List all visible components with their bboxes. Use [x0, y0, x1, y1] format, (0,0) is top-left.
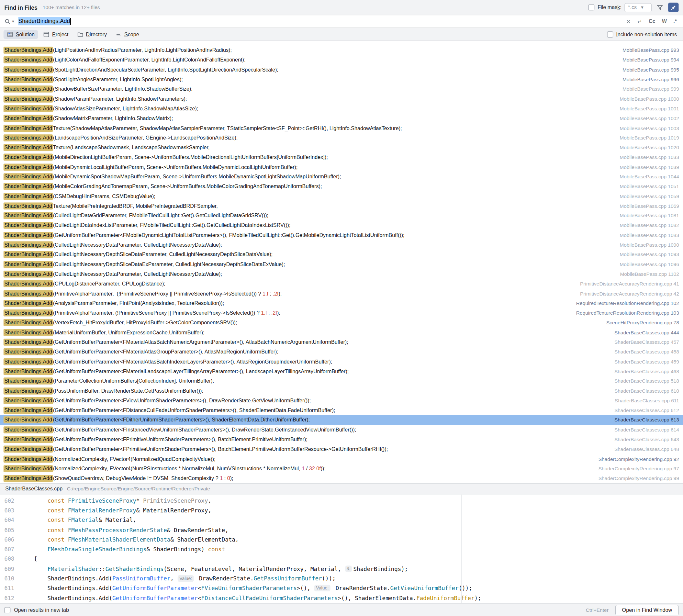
- footer-bar: Open results in new tab Ctrl+Enter Open …: [0, 603, 683, 616]
- result-location: ShaderBaseClasses.cpp 613: [604, 417, 679, 422]
- result-row[interactable]: ShaderBindings.AddTexture(MobilePreInteg…: [0, 201, 683, 211]
- result-row[interactable]: ShaderBindings.Add(LightPositionAndInvRa…: [0, 45, 683, 55]
- result-row[interactable]: ShaderBindings.Add(ShadowAtlasSizeParame…: [0, 104, 683, 114]
- result-row[interactable]: ShaderBindings.Add(GetUniformBufferParam…: [0, 435, 683, 444]
- result-row[interactable]: ShaderBindings.Add(LightColorAndFalloffE…: [0, 55, 683, 65]
- match-highlight: ShaderBindings.Add: [4, 446, 53, 453]
- match-highlight: ShaderBindings.Add: [4, 95, 53, 103]
- scope-tab-project[interactable]: Project: [40, 30, 72, 39]
- result-text: /: [305, 465, 309, 471]
- match-highlight: ShaderBindings.Add: [4, 115, 53, 122]
- code-text: const FMaterial& Material,: [20, 517, 136, 523]
- result-row[interactable]: ShaderBindings.Add(GetUniformBufferParam…: [0, 230, 683, 240]
- result-row[interactable]: ShaderBindings.Add(ShadowBufferSizeParam…: [0, 84, 683, 94]
- result-row[interactable]: ShaderBindings.Add(LandscapePositionAndS…: [0, 133, 683, 143]
- result-row[interactable]: ShaderBindings.AddTexture(ShadowMapAtlas…: [0, 123, 683, 133]
- code-lines: 602 const FPrimitiveSceneProxy* Primitiv…: [0, 496, 683, 603]
- result-location: MobileBasePass.cpp 1081: [609, 213, 679, 218]
- result-row[interactable]: ShaderBindings.Add(SpotLightAnglesParame…: [0, 74, 683, 84]
- scope-tab-directory[interactable]: Directory: [74, 30, 110, 39]
- match-highlight: ShaderBindings.Add: [4, 173, 53, 180]
- result-location: ShaderBaseClasses.cpp 468: [604, 369, 679, 374]
- scope-tabs: SolutionProjectDirectoryScope: [4, 30, 143, 39]
- result-location: ShaderBaseClasses.cpp 612: [604, 408, 679, 413]
- result-row[interactable]: ShaderBindings.Add(ShadowParamParameter,…: [0, 94, 683, 104]
- result-row[interactable]: ShaderBindings.Add(MobileDirectionLightB…: [0, 152, 683, 162]
- open-in-find-window-button[interactable]: Open in Find Window: [615, 605, 679, 615]
- match-highlight: ShaderBindings.Add: [4, 407, 53, 414]
- result-row[interactable]: ShaderBindings.Add(PrimitiveAlphaParamet…: [0, 308, 683, 318]
- search-icon[interactable]: [4, 18, 11, 25]
- result-row[interactable]: ShaderBindings.Add(CulledLightDataGridPa…: [0, 211, 683, 220]
- result-text: (SpotLightAnglesParameter, LightInfo.Spo…: [53, 76, 183, 83]
- file-mask-combobox[interactable]: *.cs ▼: [624, 3, 652, 12]
- result-row[interactable]: ShaderBindings.Add(GetUniformBufferParam…: [0, 337, 683, 347]
- whole-words-toggle[interactable]: W: [662, 19, 667, 25]
- result-row[interactable]: ShaderBindings.Add(ShowQuadOverdraw, Deb…: [0, 474, 683, 483]
- result-location: MobileBasePass.cpp 1102: [610, 271, 679, 277]
- result-row[interactable]: ShaderBindings.Add(GetUniformBufferParam…: [0, 396, 683, 405]
- result-row[interactable]: ShaderBindings.Add(NormalizedComplexity,…: [0, 454, 683, 464]
- match-highlight: ShaderBindings.Add: [4, 183, 53, 190]
- result-row[interactable]: ShaderBindings.Add(MobileDynamicSpotShad…: [0, 172, 683, 182]
- result-row[interactable]: ShaderBindings.Add(GetUniformBufferParam…: [0, 405, 683, 415]
- result-location: MobileBasePass.cpp 1019: [609, 135, 679, 140]
- result-row[interactable]: ShaderBindings.Add(MaterialUniformBuffer…: [0, 328, 683, 337]
- result-row[interactable]: ShaderBindings.Add(GetUniformBufferParam…: [0, 415, 683, 425]
- result-row[interactable]: ShaderBindings.Add(ParameterCollectionUn…: [0, 376, 683, 386]
- scope-toolbar: SolutionProjectDirectoryScope Include no…: [0, 28, 683, 41]
- result-row[interactable]: ShaderBindings.Add(AnalysisParamsParamet…: [0, 299, 683, 308]
- preview-file-path: C:/repo/EngineSource/Engine/Source/Runti…: [67, 486, 210, 491]
- include-non-solution-checkbox[interactable]: [607, 31, 613, 37]
- result-location: ShaderBaseClasses.cpp 643: [604, 437, 679, 442]
- search-bar: ▼ ShaderBindings.Add ✕ ↵ Cc W .*: [0, 15, 683, 28]
- newline-icon[interactable]: ↵: [637, 18, 642, 25]
- result-row[interactable]: ShaderBindings.Add(VertexFetch_HitProxyI…: [0, 318, 683, 328]
- search-history-chevron-icon[interactable]: ▼: [11, 19, 15, 23]
- results-list[interactable]: ShaderBindings.Add(LightPositionAndInvRa…: [0, 41, 683, 483]
- result-text: (GetUniformBufferParameter<FMobileDynami…: [53, 232, 404, 238]
- result-row[interactable]: ShaderBindings.Add(CulledLightDataIndexL…: [0, 220, 683, 230]
- clear-icon[interactable]: ✕: [626, 18, 631, 25]
- result-row[interactable]: ShaderBindings.Add(NormalizedComplexity,…: [0, 464, 683, 474]
- result-row[interactable]: ShaderBindings.Add(CSMDebugHintParams, C…: [0, 191, 683, 201]
- result-row[interactable]: ShaderBindings.Add(ShadowMatrixParameter…: [0, 114, 683, 123]
- result-row[interactable]: ShaderBindings.Add(GetUniformBufferParam…: [0, 367, 683, 376]
- match-highlight: ShaderBindings.Add: [4, 86, 53, 93]
- filter-icon[interactable]: [655, 3, 665, 12]
- pin-icon[interactable]: [668, 3, 679, 12]
- match-highlight: ShaderBindings.Add: [4, 300, 53, 307]
- result-row[interactable]: ShaderBindings.Add(MobileColorGradingAnd…: [0, 182, 683, 191]
- result-row[interactable]: ShaderBindings.Add(CulledLightNecessaryD…: [0, 240, 683, 249]
- preview-header: ShaderBaseClasses.cpp C:/repo/EngineSour…: [0, 483, 683, 494]
- search-input[interactable]: ShaderBindings.Add: [19, 18, 71, 25]
- match-case-toggle[interactable]: Cc: [649, 19, 656, 25]
- result-row[interactable]: ShaderBindings.Add(GetUniformBufferParam…: [0, 347, 683, 357]
- result-row[interactable]: ShaderBindings.AddTexture(LandscapeShado…: [0, 143, 683, 152]
- result-text: Texture(ShadowMapAtlasParameter, ShadowM…: [53, 125, 402, 131]
- result-location: MobileBasePass.cpp 1090: [609, 242, 679, 247]
- result-row[interactable]: ShaderBindings.Add(CulledLightNecessaryD…: [0, 250, 683, 260]
- result-row[interactable]: ShaderBindings.Add(PassUniformBuffer, Dr…: [0, 386, 683, 396]
- result-row[interactable]: ShaderBindings.Add(CulledLightNecessaryD…: [0, 260, 683, 269]
- result-location: MobileBasePass.cpp 1002: [609, 116, 679, 121]
- match-highlight: ShaderBindings.Add: [4, 465, 53, 472]
- file-mask-checkbox[interactable]: [589, 4, 595, 10]
- result-row[interactable]: ShaderBindings.Add(GetUniformBufferParam…: [0, 425, 683, 435]
- result-row[interactable]: ShaderBindings.Add(SpotLightDirectionAnd…: [0, 65, 683, 74]
- scope-tab-scope[interactable]: Scope: [112, 30, 142, 39]
- result-text: (ShadowMatrixParameter, LightInfo.Shadow…: [53, 115, 173, 122]
- scope-tab-solution[interactable]: Solution: [4, 30, 38, 39]
- result-row[interactable]: ShaderBindings.Add(MobileDynamicLocalLig…: [0, 162, 683, 172]
- result-row[interactable]: ShaderBindings.Add(CulledLightNecessaryD…: [0, 269, 683, 279]
- result-row[interactable]: ShaderBindings.Add(GetUniformBufferParam…: [0, 357, 683, 367]
- result-row[interactable]: ShaderBindings.Add(CPULogDistanceParamet…: [0, 279, 683, 289]
- match-highlight: ShaderBindings.Add: [4, 358, 53, 365]
- result-row[interactable]: ShaderBindings.Add(PrimitiveAlphaParamet…: [0, 289, 683, 299]
- open-results-new-tab-checkbox[interactable]: [4, 607, 10, 613]
- regex-toggle[interactable]: .*: [673, 19, 677, 25]
- code-preview[interactable]: 602 const FPrimitiveSceneProxy* Primitiv…: [0, 494, 683, 603]
- result-location: MobileBasePass.cpp 1000: [609, 96, 679, 101]
- result-row[interactable]: ShaderBindings.Add(GetUniformBufferParam…: [0, 444, 683, 454]
- result-text: (ParameterCollectionUniformBuffers[Colle…: [53, 378, 214, 384]
